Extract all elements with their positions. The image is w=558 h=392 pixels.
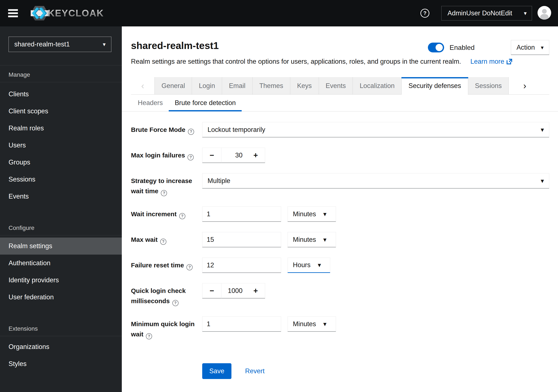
max-login-failures-stepper: − +: [202, 148, 265, 163]
subtab-brute-force-detection[interactable]: Brute force detection: [169, 95, 242, 111]
nav-toggle-hamburger-icon[interactable]: [8, 9, 18, 17]
help-icon[interactable]: ?: [160, 239, 166, 245]
minus-button[interactable]: −: [202, 283, 221, 299]
sidebar-item-client-scopes[interactable]: Client scopes: [0, 103, 122, 120]
masthead: KEYCLOAK ? AdminUser DoNotEdit ▾: [0, 0, 558, 26]
field-label: Max wait: [131, 236, 158, 243]
masthead-right: ? AdminUser DoNotEdit ▾: [420, 6, 551, 20]
form-row-wait-time-strategy: Strategy to increase wait time? Multiple…: [131, 173, 549, 196]
minus-button[interactable]: −: [202, 148, 221, 163]
nav-section-title: Extensions: [0, 319, 122, 336]
form-actions: Save Revert: [131, 363, 549, 379]
brute-force-mode-select[interactable]: Lockout temporarily ▾: [202, 122, 549, 137]
tab-keys[interactable]: Keys: [290, 77, 319, 95]
caret-down-icon: ▾: [541, 126, 544, 133]
plus-button[interactable]: +: [246, 283, 265, 299]
plus-icon: +: [253, 286, 258, 295]
sidebar-item-styles[interactable]: Styles: [0, 355, 122, 372]
minus-icon: −: [209, 151, 214, 160]
external-link-icon: [506, 58, 512, 65]
brute-force-detection-form: Brute Force Mode? Lockout temporarily ▾ …: [131, 122, 549, 379]
avatar-icon: [538, 6, 551, 20]
help-icon[interactable]: ?: [172, 300, 179, 306]
caret-down-icon: ▾: [541, 45, 544, 50]
sidebar-item-events[interactable]: Events: [0, 188, 122, 205]
min-quick-login-wait-unit-select[interactable]: Minutes ▾: [288, 316, 336, 332]
tab-events[interactable]: Events: [319, 77, 353, 95]
wait-time-strategy-select[interactable]: Multiple ▾: [202, 173, 549, 189]
plus-button[interactable]: +: [246, 148, 265, 163]
sidebar-item-clients[interactable]: Clients: [0, 86, 122, 103]
minus-icon: −: [209, 286, 214, 295]
caret-down-icon: ▾: [323, 236, 327, 243]
wait-increment-input[interactable]: [202, 207, 281, 222]
caret-down-icon: ▾: [541, 178, 544, 184]
form-row-max-login-failures: Max login failures? − +: [131, 148, 549, 163]
chevron-right-icon: ›: [523, 81, 526, 91]
max-login-failures-input[interactable]: [221, 148, 246, 163]
quick-login-check-input[interactable]: [221, 283, 246, 298]
help-icon[interactable]: ?: [420, 9, 429, 18]
tab-localization[interactable]: Localization: [353, 77, 402, 95]
help-icon[interactable]: ?: [186, 264, 193, 270]
keycloak-logo[interactable]: KEYCLOAK: [30, 6, 104, 21]
revert-link[interactable]: Revert: [245, 367, 264, 375]
security-defenses-subtabs: Headers Brute force detection: [122, 95, 558, 111]
brand-text: KEYCLOAK: [48, 8, 104, 18]
form-row-wait-increment: Wait increment? Minutes ▾: [131, 207, 549, 222]
sidebar-item-realm-settings[interactable]: Realm settings: [0, 238, 122, 255]
tabs-scroll-left-button[interactable]: ‹: [131, 77, 154, 95]
help-icon[interactable]: ?: [161, 190, 167, 196]
tab-login[interactable]: Login: [192, 77, 222, 95]
sidebar-item-authentication[interactable]: Authentication: [0, 255, 122, 272]
avatar[interactable]: [538, 6, 551, 20]
user-dropdown[interactable]: AdminUser DoNotEdit ▾: [441, 6, 532, 20]
sidebar-item-realm-roles[interactable]: Realm roles: [0, 120, 122, 137]
failure-reset-time-input[interactable]: [202, 258, 281, 273]
max-wait-unit-select[interactable]: Minutes ▾: [288, 232, 336, 247]
nav-group-manage: Manage Clients Client scopes Realm roles…: [0, 65, 122, 205]
field-label: Max login failures: [131, 152, 185, 159]
max-wait-input[interactable]: [202, 232, 281, 247]
realm-selector-dropdown[interactable]: shared-realm-test1 ▾: [9, 37, 111, 52]
realm-description: Realm settings are settings that control…: [131, 57, 461, 66]
help-icon[interactable]: ?: [187, 154, 194, 160]
tabs-scroll-right-button[interactable]: ›: [509, 77, 541, 95]
current-realm: shared-realm-test1: [14, 41, 70, 48]
enabled-label: Enabled: [450, 44, 475, 51]
main-content: shared-realm-test1 Enabled Action ▾ Real…: [122, 26, 558, 392]
tab-email[interactable]: Email: [222, 77, 253, 95]
keycloak-hexagon-icon: [30, 6, 49, 21]
subtab-headers[interactable]: Headers: [132, 95, 169, 111]
tab-security-defenses[interactable]: Security defenses: [402, 77, 468, 95]
sidebar-item-sessions[interactable]: Sessions: [0, 171, 122, 188]
failure-reset-time-unit-select[interactable]: Hours ▾: [288, 258, 330, 273]
form-row-brute-force-mode: Brute Force Mode? Lockout temporarily ▾: [131, 122, 549, 137]
enabled-toggle[interactable]: [428, 43, 444, 52]
form-row-max-wait: Max wait? Minutes ▾: [131, 232, 549, 247]
help-icon[interactable]: ?: [188, 129, 194, 135]
save-button[interactable]: Save: [202, 363, 231, 379]
field-label: Wait increment: [131, 210, 177, 217]
sidebar-item-users[interactable]: Users: [0, 137, 122, 154]
nav-section-title: Configure: [0, 219, 122, 235]
realm-settings-tabs: ‹ General Login Email Themes Keys Events…: [131, 77, 549, 95]
help-icon[interactable]: ?: [146, 333, 152, 339]
realm-description-row: Realm settings are settings that control…: [131, 57, 549, 66]
tab-general[interactable]: General: [155, 77, 192, 95]
sidebar-item-identity-providers[interactable]: Identity providers: [0, 272, 122, 289]
wait-increment-unit-select[interactable]: Minutes ▾: [288, 207, 336, 222]
tab-themes[interactable]: Themes: [253, 77, 290, 95]
nav-group-extensions: Extensions Organizations Styles: [0, 319, 122, 372]
action-dropdown[interactable]: Action ▾: [511, 40, 549, 55]
sidebar-item-groups[interactable]: Groups: [0, 154, 122, 171]
learn-more-link[interactable]: Learn more: [470, 57, 512, 66]
tab-sessions[interactable]: Sessions: [468, 77, 509, 95]
min-quick-login-wait-input[interactable]: [202, 316, 281, 332]
help-icon[interactable]: ?: [179, 213, 185, 219]
form-row-failure-reset-time: Failure reset time? Hours ▾: [131, 258, 549, 273]
sidebar-item-organizations[interactable]: Organizations: [0, 338, 122, 355]
chevron-left-icon: ‹: [141, 81, 144, 91]
plus-icon: +: [253, 151, 258, 160]
sidebar-item-user-federation[interactable]: User federation: [0, 289, 122, 306]
